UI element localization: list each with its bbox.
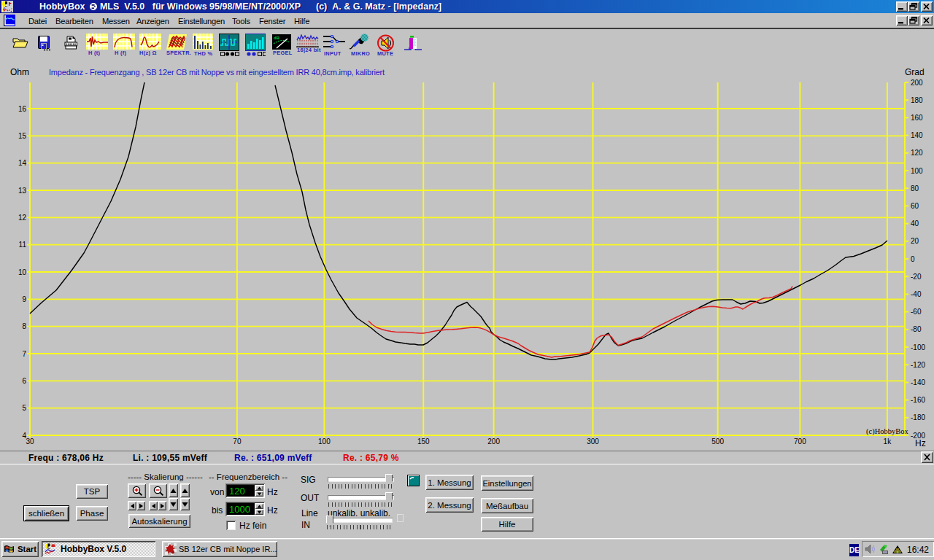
svg-text:100: 100 — [318, 438, 331, 446]
svg-text:-80: -80 — [911, 325, 922, 333]
svg-text:14: 14 — [18, 159, 27, 167]
svg-text:180: 180 — [911, 96, 923, 104]
svg-text:13: 13 — [18, 187, 27, 195]
svg-text:8: 8 — [22, 322, 26, 330]
svg-text:-60: -60 — [911, 308, 922, 316]
svg-text:200: 200 — [487, 438, 500, 446]
svg-text:30: 30 — [26, 438, 34, 446]
svg-text:80: 80 — [911, 184, 919, 192]
svg-text:9: 9 — [22, 295, 26, 303]
svg-text:300: 300 — [587, 438, 599, 446]
svg-text:7: 7 — [22, 350, 26, 358]
svg-text:6: 6 — [22, 377, 26, 385]
svg-text:Hz: Hz — [915, 438, 926, 448]
svg-text:11: 11 — [19, 241, 27, 249]
svg-text:16: 16 — [18, 105, 27, 113]
svg-text:15: 15 — [18, 132, 27, 140]
svg-text:-100: -100 — [911, 343, 925, 351]
svg-text:500: 500 — [711, 438, 724, 446]
svg-text:700: 700 — [794, 438, 806, 446]
svg-text:1k: 1k — [884, 438, 892, 446]
svg-text:100: 100 — [911, 167, 923, 175]
svg-text:20: 20 — [911, 237, 919, 245]
svg-text:150: 150 — [417, 438, 430, 446]
svg-text:-40: -40 — [911, 290, 922, 298]
svg-text:-180: -180 — [911, 413, 925, 421]
svg-text:120: 120 — [911, 149, 923, 157]
svg-text:-140: -140 — [911, 378, 925, 386]
svg-text:60: 60 — [911, 202, 919, 210]
svg-text:160: 160 — [911, 114, 923, 122]
svg-text:200: 200 — [911, 79, 923, 87]
svg-text:12: 12 — [18, 214, 27, 222]
svg-text:-160: -160 — [911, 396, 925, 404]
svg-text:10: 10 — [18, 268, 27, 276]
svg-text:-120: -120 — [911, 361, 925, 369]
svg-text:140: 140 — [911, 131, 923, 139]
svg-text:40: 40 — [911, 219, 919, 228]
svg-text:70: 70 — [233, 438, 242, 446]
svg-text:5: 5 — [22, 404, 26, 412]
svg-text:-20: -20 — [911, 273, 922, 281]
svg-text:0: 0 — [911, 255, 915, 263]
